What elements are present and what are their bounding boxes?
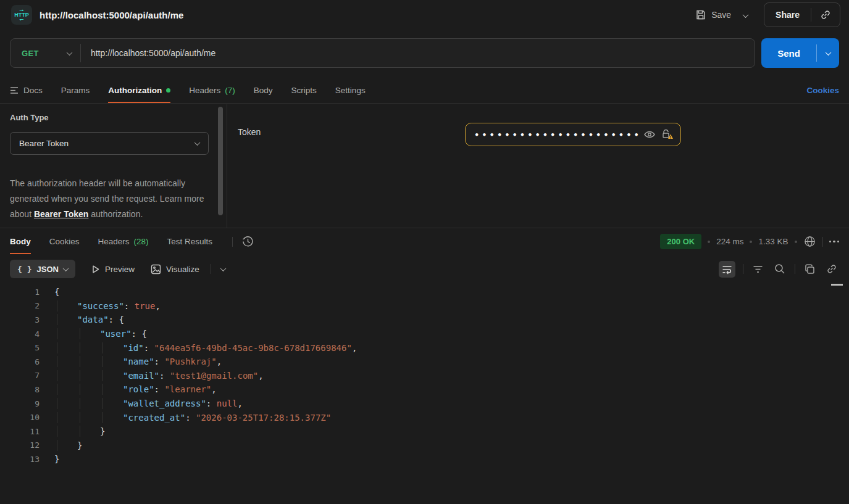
response-tab-test-results[interactable]: Test Results	[167, 229, 213, 254]
line-number: 4	[0, 329, 40, 339]
tab-scripts-label: Scripts	[291, 86, 317, 95]
response-tab-test-results-label: Test Results	[167, 237, 213, 246]
token-secret-warning-icon[interactable]	[661, 128, 674, 141]
cookies-link[interactable]: Cookies	[806, 86, 839, 95]
search-icon[interactable]	[772, 262, 787, 276]
auth-type-chevron-icon	[194, 139, 201, 146]
request-title-bar: ⇀HTTP↽ http://localhost:5000/api/auth/me…	[0, 0, 849, 30]
token-masked-value: •••••••••••••••••••••••••••••••	[474, 130, 638, 139]
method-chevron-icon	[66, 49, 72, 56]
save-button[interactable]: Save	[695, 9, 731, 20]
api-client-window: ⇀HTTP↽ http://localhost:5000/api/auth/me…	[0, 0, 849, 504]
code-line: 6"name": "Pushkraj",	[0, 355, 849, 369]
share-button[interactable]: Share	[764, 3, 811, 27]
auth-active-dot	[166, 88, 170, 93]
line-number: 12	[0, 440, 40, 450]
response-link-icon[interactable]	[824, 262, 839, 276]
wrap-text-icon[interactable]	[719, 261, 735, 278]
response-tab-headers-count: (28)	[134, 237, 149, 246]
code-line: 7"email": "test1@gmail.com",	[0, 369, 849, 383]
code-line: 12}	[0, 439, 849, 453]
code-line: 10"created_at": "2026-03-25T17:28:15.377…	[0, 410, 849, 424]
line-number: 6	[0, 357, 40, 366]
preview-label: Preview	[105, 265, 135, 274]
bearer-token-link[interactable]: Bearer Token	[34, 209, 88, 219]
auth-type-label: Auth Type	[10, 113, 217, 122]
response-toolbar: { } JSON Preview Visualize	[0, 257, 849, 281]
url-bar: GET http://localhost:5000/api/auth/me Se…	[10, 38, 839, 68]
response-tab-cookies[interactable]: Cookies	[49, 229, 80, 254]
url-input-container: GET http://localhost:5000/api/auth/me	[10, 38, 755, 68]
code-line: 11}	[0, 424, 849, 439]
code-line: 13}	[0, 452, 849, 466]
network-globe-icon[interactable]	[803, 235, 816, 248]
tab-params[interactable]: Params	[61, 78, 90, 103]
code-line: 3"data": {	[0, 313, 849, 327]
response-tab-cookies-label: Cookies	[49, 237, 80, 246]
url-input[interactable]: http://localhost:5000/api/auth/me	[81, 48, 225, 58]
auth-type-select[interactable]: Bearer Token	[10, 132, 209, 155]
filter-icon[interactable]	[751, 263, 765, 276]
code-line: 8"role": "learner",	[0, 382, 849, 397]
line-number: 8	[0, 385, 40, 394]
auth-description-text-2: authorization.	[88, 209, 143, 219]
response-tab-headers[interactable]: Headers (28)	[98, 229, 149, 254]
tab-headers-count: (7)	[225, 86, 235, 95]
braces-icon: { }	[17, 265, 31, 274]
tab-authorization-label: Authorization	[108, 86, 162, 95]
tab-body[interactable]: Body	[254, 78, 273, 103]
send-options-chevron[interactable]	[817, 38, 839, 68]
request-tabs: Docs Params Authorization Headers (7) Bo…	[0, 78, 849, 104]
tab-scripts[interactable]: Scripts	[291, 78, 317, 103]
response-history-icon[interactable]	[241, 235, 254, 248]
tab-docs-label: Docs	[23, 86, 43, 95]
show-token-eye-icon[interactable]	[643, 128, 656, 141]
tab-params-label: Params	[61, 86, 90, 95]
line-number: 5	[0, 343, 40, 352]
token-panel: Token •••••••••••••••••••••••••••••••	[227, 104, 849, 228]
send-button[interactable]: Send	[761, 38, 839, 68]
save-icon	[695, 9, 706, 20]
copy-icon[interactable]	[803, 262, 817, 276]
save-label: Save	[711, 10, 731, 20]
response-tab-body[interactable]: Body	[10, 229, 31, 254]
view-options-chevron[interactable]	[220, 265, 226, 271]
tab-docs[interactable]: Docs	[10, 78, 43, 103]
tab-headers[interactable]: Headers (7)	[189, 78, 235, 103]
response-tabs: Body Cookies Headers (28) Test Results	[10, 229, 254, 254]
response-body-code[interactable]: 1{2"success": true,3"data": {4"user": {5…	[0, 285, 849, 504]
tab-settings-label: Settings	[335, 86, 366, 95]
line-number: 3	[0, 315, 40, 324]
tab-authorization[interactable]: Authorization	[108, 78, 170, 103]
image-icon	[151, 264, 161, 275]
play-icon	[91, 265, 100, 274]
status-badge[interactable]: 200 OK	[660, 234, 701, 249]
docs-icon	[10, 86, 19, 94]
response-more-options-icon[interactable]	[829, 241, 840, 243]
auth-panel-scrollbar[interactable]	[218, 107, 223, 215]
auth-type-value: Bearer Token	[19, 139, 69, 148]
response-time[interactable]: 224 ms	[716, 237, 743, 246]
authorization-panel: Auth Type Bearer Token The authorization…	[0, 104, 849, 228]
request-title: http://localhost:5000/api/auth/me	[40, 10, 183, 20]
format-chevron-icon	[62, 265, 69, 271]
link-icon	[820, 9, 831, 20]
response-meta: 200 OK 224 ms 1.33 KB	[660, 234, 839, 249]
response-size[interactable]: 1.33 KB	[758, 237, 788, 246]
copy-link-button[interactable]	[811, 3, 840, 27]
line-number: 10	[0, 413, 40, 422]
method-selector[interactable]: GET	[10, 49, 80, 58]
line-number: 1	[0, 287, 40, 297]
token-label: Token	[238, 127, 261, 137]
code-line: 2"success": true,	[0, 299, 849, 313]
save-options-chevron[interactable]	[737, 6, 754, 24]
preview-button[interactable]: Preview	[91, 265, 135, 274]
tab-settings[interactable]: Settings	[335, 78, 366, 103]
response-format-select[interactable]: { } JSON	[10, 260, 75, 278]
token-input[interactable]: •••••••••••••••••••••••••••••••	[465, 123, 681, 146]
response-actions	[719, 261, 839, 278]
visualize-button[interactable]: Visualize	[151, 264, 199, 275]
method-value: GET	[22, 49, 39, 58]
line-number: 11	[0, 427, 40, 436]
code-line: 1{	[0, 285, 849, 299]
